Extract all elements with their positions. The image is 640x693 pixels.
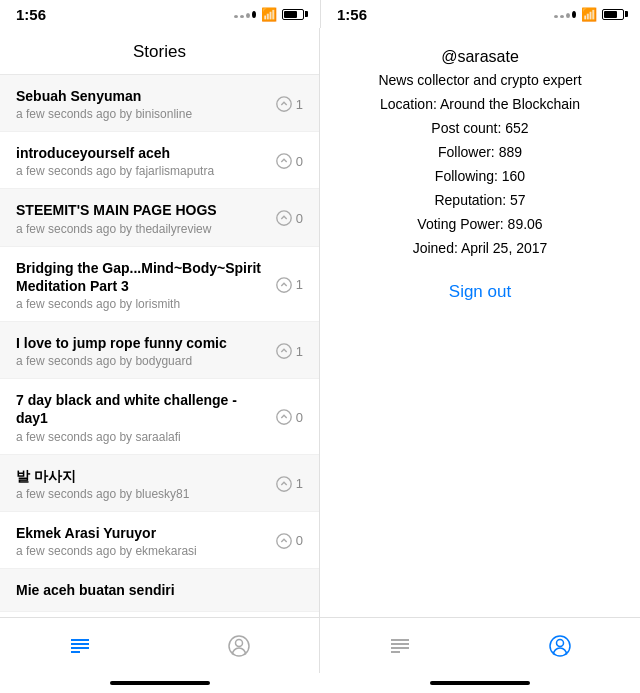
profile-username: @sarasate [336, 48, 624, 66]
story-vote: 1 [275, 276, 303, 294]
story-vote: 1 [275, 95, 303, 113]
vote-icon [275, 475, 293, 493]
story-item[interactable]: Ekmek Arasi Yuruyora few seconds ago by … [0, 512, 319, 569]
story-vote: 0 [275, 408, 303, 426]
story-item[interactable]: Sebuah Senyumana few seconds ago by bini… [0, 75, 319, 132]
svg-point-7 [277, 534, 291, 548]
story-item[interactable]: 7 day black and white challenge - day1a … [0, 379, 319, 454]
status-icons-left: 📶 [234, 7, 304, 22]
story-item[interactable]: introduceyourself aceha few seconds ago … [0, 132, 319, 189]
story-text: introduceyourself aceha few seconds ago … [16, 144, 267, 178]
vote-count: 0 [296, 154, 303, 169]
status-bar-right: 1:56 📶 [320, 0, 640, 28]
profile-voting-power: Voting Power: 89.06 [336, 216, 624, 232]
main-content: Stories Sebuah Senyumana few seconds ago… [0, 28, 640, 617]
svg-point-2 [277, 211, 291, 225]
story-title: I love to jump rope funny comic [16, 334, 267, 352]
home-indicator-left [0, 673, 320, 693]
story-text: Ekmek Arasi Yuruyora few seconds ago by … [16, 524, 267, 558]
story-vote: 0 [275, 209, 303, 227]
status-bar-left: 1:56 📶 [0, 0, 320, 28]
tab-bar-left [0, 618, 320, 673]
stories-list[interactable]: Sebuah Senyumana few seconds ago by bini… [0, 75, 319, 617]
svg-point-0 [277, 97, 291, 111]
story-title: STEEMIT'S MAIN PAGE HOGS [16, 201, 267, 219]
story-meta: a few seconds ago by fajarlismaputra [16, 164, 267, 178]
profile-following: Following: 160 [336, 168, 624, 184]
tab-bar-right [320, 618, 640, 673]
story-vote: 1 [275, 475, 303, 493]
right-panel: @sarasate News collector and crypto expe… [320, 28, 640, 617]
vote-icon [275, 408, 293, 426]
battery-icon-right [602, 9, 624, 20]
story-title: Ekmek Arasi Yuruyor [16, 524, 267, 542]
tab-bar [0, 617, 640, 673]
svg-point-4 [277, 344, 291, 358]
vote-icon [275, 532, 293, 550]
vote-icon [275, 342, 293, 360]
story-title: Mie aceh buatan sendiri [16, 581, 295, 599]
svg-point-5 [277, 410, 291, 424]
story-text: Bridging the Gap...Mind~Body~Spirit Medi… [16, 259, 267, 311]
vote-count: 1 [296, 344, 303, 359]
story-text: 발 마사지a few seconds ago by bluesky81 [16, 467, 267, 501]
story-title: 7 day black and white challenge - day1 [16, 391, 267, 427]
story-text: STEEMIT'S MAIN PAGE HOGSa few seconds ag… [16, 201, 267, 235]
status-bar: 1:56 📶 1:56 📶 [0, 0, 640, 28]
person-icon-left [226, 633, 252, 659]
story-meta: a few seconds ago by lorismith [16, 297, 267, 311]
story-item[interactable]: I love to jump rope funny comica few sec… [0, 322, 319, 379]
vote-icon [275, 95, 293, 113]
svg-point-13 [236, 639, 243, 646]
vote-icon [275, 276, 293, 294]
sign-out-button[interactable]: Sign out [449, 274, 511, 310]
wifi-icon: 📶 [261, 7, 277, 22]
story-item[interactable]: Mie aceh buatan sendiri [0, 569, 319, 612]
story-meta: a few seconds ago by bodyguard [16, 354, 267, 368]
story-meta: a few seconds ago by ekmekarasi [16, 544, 267, 558]
svg-point-1 [277, 154, 291, 168]
story-text: 7 day black and white challenge - day1a … [16, 391, 267, 443]
story-text: Mie aceh buatan sendiri [16, 581, 295, 601]
profile-info: @sarasate News collector and crypto expe… [336, 48, 624, 310]
wifi-icon-right: 📶 [581, 7, 597, 22]
home-bar-right [430, 681, 530, 685]
profile-bio: News collector and crypto expert [336, 72, 624, 88]
story-item[interactable]: Bridging the Gap...Mind~Body~Spirit Medi… [0, 247, 319, 322]
list-icon-right [387, 633, 413, 659]
story-title: Sebuah Senyuman [16, 87, 267, 105]
home-indicator-right [320, 673, 640, 693]
vote-icon [275, 209, 293, 227]
story-meta: a few seconds ago by saraalafi [16, 430, 267, 444]
time-right: 1:56 [337, 6, 367, 23]
vote-count: 1 [296, 97, 303, 112]
svg-point-3 [277, 278, 291, 292]
profile-joined: Joined: April 25, 2017 [336, 240, 624, 256]
svg-point-6 [277, 476, 291, 490]
profile-tab-right[interactable] [480, 618, 640, 673]
signal-icon [234, 11, 256, 18]
left-panel: Stories Sebuah Senyumana few seconds ago… [0, 28, 320, 617]
profile-location: Location: Around the Blockchain [336, 96, 624, 112]
story-text: Sebuah Senyumana few seconds ago by bini… [16, 87, 267, 121]
profile-tab-left[interactable] [160, 618, 320, 673]
story-item[interactable]: STEEMIT'S MAIN PAGE HOGSa few seconds ag… [0, 189, 319, 246]
person-icon-right [547, 633, 573, 659]
vote-count: 0 [296, 211, 303, 226]
story-meta: a few seconds ago by binisonline [16, 107, 267, 121]
svg-point-19 [557, 639, 564, 646]
home-indicators [0, 673, 640, 693]
story-meta: a few seconds ago by bluesky81 [16, 487, 267, 501]
time-left: 1:56 [16, 6, 46, 23]
story-item[interactable]: 발 마사지a few seconds ago by bluesky81 1 [0, 455, 319, 512]
story-vote: 0 [275, 152, 303, 170]
home-bar-left [110, 681, 210, 685]
list-tab-right[interactable] [320, 618, 480, 673]
profile-reputation: Reputation: 57 [336, 192, 624, 208]
vote-count: 1 [296, 476, 303, 491]
vote-icon [275, 152, 293, 170]
list-tab-left[interactable] [0, 618, 160, 673]
stories-header: Stories [0, 28, 319, 75]
profile-post-count: Post count: 652 [336, 120, 624, 136]
battery-icon [282, 9, 304, 20]
